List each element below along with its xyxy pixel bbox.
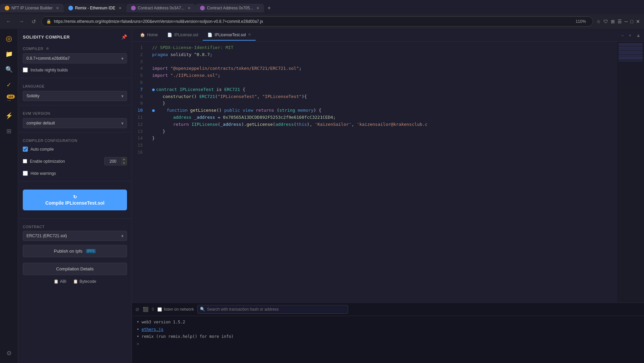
- bookmark-icon[interactable]: ☆: [596, 19, 601, 24]
- forward-button[interactable]: →: [17, 17, 26, 26]
- compiler-version-dropdown[interactable]: 0.8.7+commit.e28d00a7: [23, 53, 127, 63]
- evm-select[interactable]: compiler default: [23, 118, 127, 128]
- optimization-runs-down[interactable]: ▼: [121, 161, 127, 165]
- iconbar-deploy[interactable]: → 103: [3, 94, 15, 107]
- tab-contract1[interactable]: Contract Address 0x3A7... ✕: [126, 4, 195, 12]
- address-text: https://remix.ethereum.org/#optimize=fal…: [54, 19, 571, 24]
- optimization-runs-up[interactable]: ▲: [121, 157, 127, 161]
- tab-close-remix[interactable]: ✕: [119, 6, 122, 10]
- auto-compile-checkbox[interactable]: [23, 147, 28, 152]
- bytecode-copy-button[interactable]: 📋 Bytecode: [73, 279, 96, 284]
- compile-icon: ↻: [73, 194, 77, 200]
- new-tab-button[interactable]: +: [264, 5, 274, 11]
- sidebar-pin-icon[interactable]: 📌: [121, 34, 127, 40]
- iconbar-plugin[interactable]: ⊞: [3, 125, 15, 138]
- code-line-1: // SPDX-License-Identifier: MIT: [149, 44, 617, 51]
- optimization-runs-input[interactable]: [105, 158, 121, 165]
- zoom-out-button[interactable]: –: [619, 31, 626, 39]
- minimap-line: [619, 59, 643, 60]
- tab-contract2[interactable]: Contract Address 0x705... ✕: [195, 4, 264, 12]
- console-search-input[interactable]: [197, 305, 348, 314]
- tab-favicon-remix: [68, 6, 73, 10]
- tab-favicon-c1: [131, 6, 136, 10]
- console-line-3: • remix (run remix.help() for more info): [137, 333, 639, 341]
- listen-on-network-checkbox[interactable]: [157, 307, 162, 312]
- code-line-5: import "./IIPLicense.sol";: [149, 72, 617, 79]
- shield-icon[interactable]: 🛡: [603, 19, 608, 24]
- minimap-line: [619, 54, 643, 55]
- home-tab-label: Home: [147, 33, 158, 37]
- tab-favicon-nft: [5, 6, 9, 10]
- abi-copy-icon: 📋: [54, 279, 59, 284]
- code-line-10: ● function getLicense() public view retu…: [149, 107, 617, 114]
- stop-icon[interactable]: ⬛: [143, 307, 148, 312]
- iplicense-tab-label: IPLicense.sol: [174, 33, 198, 37]
- include-nightly-checkbox[interactable]: [23, 67, 28, 72]
- tab-close-c1[interactable]: ✕: [188, 6, 191, 10]
- code-line-13: }: [149, 128, 617, 135]
- minimap-line: [619, 58, 643, 59]
- compile-button[interactable]: ↻ Compile IPLicenseTest.sol: [23, 190, 127, 210]
- code-editor: 1 2 3 4 5 6 7 8 9 10 11 12 13 14 15 16: [132, 42, 644, 303]
- maximize-icon[interactable]: □: [631, 19, 633, 24]
- ethers-link[interactable]: ethers.js: [141, 327, 163, 332]
- tab-iplicensetest[interactable]: 📄 IPLicenseTest.sol ✕: [203, 30, 255, 41]
- include-nightly-row: Include nightly builds: [18, 65, 132, 75]
- code-line-3: [149, 58, 617, 65]
- publish-ipfs-button[interactable]: Publish on Ipfs IPFS: [23, 245, 127, 257]
- iconbar-compiler[interactable]: ✓: [3, 79, 15, 91]
- iconbar-search[interactable]: 🔍: [3, 63, 15, 76]
- hide-warnings-label: Hide warnings: [30, 171, 56, 176]
- tab-bar: NFT IP License Builder ✕ Remix - Ethereu…: [0, 0, 644, 14]
- compilation-details-label: Compilation Details: [56, 266, 94, 271]
- iconbar-debug[interactable]: ⚡: [3, 109, 15, 122]
- tab-close-c2[interactable]: ✕: [256, 6, 259, 10]
- clear-console-icon[interactable]: ⊘: [135, 307, 139, 312]
- iconbar-files[interactable]: 📁: [3, 48, 15, 60]
- tab-iplicense[interactable]: 📄 IPLicense.sol: [163, 30, 203, 41]
- language-select[interactable]: Solidity: [23, 91, 127, 101]
- code-line-4: import "@openzeppelin/contracts/token/ER…: [149, 65, 617, 72]
- ln-1: 1: [132, 44, 145, 51]
- ln-4: 4: [132, 65, 145, 72]
- code-line-7: ●contract IPLicenseTest is ERC721 {: [149, 86, 617, 93]
- editor-console-area: 🏠 Home 📄 IPLicense.sol 📄 IPLicenseTest.s…: [132, 29, 644, 363]
- minimap-line: [619, 45, 643, 46]
- compilation-details-button[interactable]: Compilation Details: [23, 263, 127, 275]
- code-content[interactable]: // SPDX-License-Identifier: MIT pragma s…: [149, 42, 617, 303]
- abi-copy-button[interactable]: 📋 ABI: [54, 279, 66, 284]
- contract-dropdown[interactable]: ERC721 (ERC721.sol): [23, 231, 127, 241]
- tab-home[interactable]: 🏠 Home: [135, 30, 163, 41]
- settings-icon: ⚙: [6, 350, 12, 357]
- compiler-add-icon[interactable]: ⊕: [46, 46, 49, 51]
- collapse-editor-button[interactable]: ▲: [636, 33, 641, 38]
- contract-select[interactable]: ERC721 (ERC721.sol): [23, 231, 127, 241]
- tab-title-nft: NFT IP License Builder: [11, 6, 53, 10]
- tab-nft[interactable]: NFT IP License Builder ✕: [0, 4, 64, 12]
- iconbar-settings[interactable]: ⚙: [3, 347, 15, 360]
- iplicensetest-tab-close[interactable]: ✕: [248, 33, 251, 37]
- refresh-button[interactable]: ↺: [29, 17, 38, 26]
- zoom-in-button[interactable]: +: [627, 31, 633, 39]
- compiler-version-select[interactable]: 0.8.7+commit.e28d00a7: [23, 53, 127, 63]
- tab-remix[interactable]: Remix - Ethereum IDE ✕: [64, 4, 126, 12]
- minimap-line: [619, 43, 643, 44]
- ln-11: 11: [132, 114, 145, 121]
- back-button[interactable]: ←: [4, 17, 13, 26]
- browser-chrome: NFT IP License Builder ✕ Remix - Ethereu…: [0, 0, 644, 29]
- address-bar[interactable]: 🔒 https://remix.ethereum.org/#optimize=f…: [41, 16, 593, 27]
- console-search-wrapper: 🔍: [197, 305, 348, 314]
- tab-close-nft[interactable]: ✕: [56, 6, 59, 10]
- language-section-label: LANGUAGE: [18, 81, 132, 90]
- evm-dropdown[interactable]: compiler default: [23, 118, 127, 128]
- hide-warnings-checkbox[interactable]: [23, 171, 28, 176]
- menu-icon[interactable]: ☰: [618, 19, 622, 24]
- language-dropdown[interactable]: Solidity: [23, 91, 127, 101]
- close-window-icon[interactable]: ✕: [636, 19, 640, 24]
- extensions-icon[interactable]: ⊞: [611, 19, 615, 24]
- enable-optimization-checkbox[interactable]: [23, 159, 27, 163]
- minimize-icon[interactable]: ─: [625, 19, 628, 24]
- sidebar: SOLIDITY COMPILER 📌 COMPILER ⊕ 0.8.7+com…: [18, 29, 132, 363]
- plugin-icon: ⊞: [6, 127, 11, 135]
- divider-3: [18, 132, 132, 133]
